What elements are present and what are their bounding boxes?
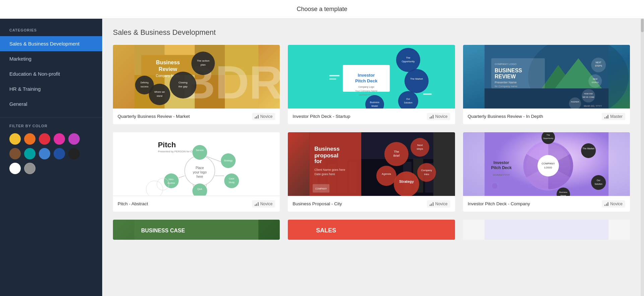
template-card-qbr-indepth[interactable]: COMPANY LOGO BUSINESS REVIEW Presenter N… — [463, 45, 630, 124]
svg-text:The Market: The Market — [410, 77, 424, 80]
color-swatch-purple[interactable] — [68, 133, 80, 145]
svg-text:Client Name goes here: Client Name goes here — [314, 168, 345, 171]
svg-text:GOALS: GOALS — [591, 81, 598, 83]
partial-card-extra[interactable] — [463, 220, 630, 240]
color-swatch-yellow[interactable] — [9, 133, 21, 145]
template-card-investor-company[interactable]: COMPANY LOGO The Opportunity The Market … — [463, 132, 630, 212]
svg-text:success: success — [140, 85, 148, 88]
svg-text:Opportunity: Opportunity — [402, 60, 415, 63]
svg-text:Opportunity: Opportunity — [543, 137, 553, 139]
template-info: Investor Pitch Deck - Company Novice — [463, 196, 630, 212]
filter-color-label: FILTER BY COLOR — [0, 124, 102, 133]
svg-text:Investor: Investor — [358, 73, 375, 78]
svg-text:Next: Next — [417, 144, 423, 147]
template-name: Business Proposal - City — [293, 201, 342, 207]
svg-point-138 — [591, 175, 606, 190]
svg-text:Pitch Deck: Pitch Deck — [355, 78, 378, 83]
color-swatch-brown[interactable] — [9, 148, 21, 159]
svg-text:stand: stand — [157, 95, 163, 97]
svg-text:Business: Business — [314, 146, 340, 152]
template-card-biz-proposal-city[interactable]: Business proposal for Client Name goes h… — [288, 132, 455, 212]
svg-text:Presenter Name: Presenter Name — [495, 81, 517, 84]
svg-text:Date goes here: Date goes here — [314, 172, 335, 176]
sidebar-item-hr[interactable]: HR & Training — [0, 81, 102, 96]
svg-text:The: The — [394, 150, 399, 153]
svg-text:Review: Review — [159, 66, 178, 72]
color-swatch-blue-medium[interactable] — [39, 148, 50, 159]
sidebar-item-marketing[interactable]: Marketing — [0, 51, 102, 66]
svg-text:The: The — [546, 134, 550, 136]
color-swatch-red[interactable] — [39, 133, 50, 145]
template-info: Quarterly Business Review - Market Novic… — [113, 108, 280, 124]
svg-text:Solution: Solution — [594, 183, 602, 185]
svg-text:AGENDA: AGENDA — [571, 101, 579, 103]
svg-point-64 — [582, 89, 595, 102]
template-card-qbr-market[interactable]: BDR Business Review Company Name The act… — [113, 45, 280, 124]
scrollbar-thumb[interactable] — [641, 19, 644, 32]
svg-text:Solution: Solution — [404, 101, 412, 104]
scrollbar[interactable] — [641, 19, 644, 296]
svg-text:Model: Model — [372, 105, 378, 107]
template-level: Novice — [252, 113, 275, 120]
color-swatch-orange[interactable] — [24, 133, 36, 145]
svg-point-36 — [404, 69, 429, 93]
svg-text:steps: steps — [417, 147, 423, 150]
svg-point-61 — [588, 74, 602, 88]
color-swatch-black[interactable] — [68, 148, 80, 159]
color-swatch-white[interactable] — [9, 163, 21, 174]
template-thumbnail: COMPANY LOGO The Opportunity The Market … — [463, 132, 630, 196]
partial-card-sales[interactable]: SALES — [288, 220, 455, 240]
svg-text:Intro: Intro — [424, 173, 429, 176]
page-title: Choose a template — [297, 6, 347, 13]
svg-text:plan: plan — [201, 63, 206, 66]
template-level: Master — [602, 113, 625, 120]
template-thumbnail: Investor Pitch Deck Company Logo Your Co… — [288, 45, 455, 108]
template-name: Quarterly Business Review - Market — [118, 114, 190, 120]
svg-point-23 — [135, 76, 154, 94]
svg-point-125 — [417, 163, 436, 182]
level-icon — [255, 115, 259, 119]
svg-text:COMPANY LOGO: COMPANY LOGO — [495, 63, 516, 66]
svg-text:your logo: your logo — [193, 170, 207, 174]
template-name: Quarterly Business Review - In Depth — [468, 114, 543, 120]
color-swatch-blue-dark[interactable] — [54, 148, 65, 159]
color-swatch-teal[interactable] — [24, 148, 36, 159]
template-card-pitch-abstract[interactable]: Pitch Presented by PERSON for COMPANY Pl… — [113, 132, 280, 212]
sidebar-item-general[interactable]: General — [0, 96, 102, 112]
svg-text:Brief: Brief — [393, 154, 400, 157]
color-swatch-pink[interactable] — [54, 133, 65, 145]
svg-text:Defining: Defining — [140, 81, 148, 84]
svg-text:Case: Case — [229, 177, 234, 180]
sidebar: CATEGORIES Sales & Business Development … — [0, 19, 102, 296]
template-card-investor-startup[interactable]: Investor Pitch Deck Company Logo Your Co… — [288, 45, 455, 124]
svg-point-130 — [537, 155, 559, 176]
svg-text:Closing: Closing — [179, 81, 188, 84]
svg-text:Agenda: Agenda — [382, 172, 391, 175]
level-icon — [255, 202, 259, 206]
svg-text:here: here — [196, 175, 203, 178]
svg-text:SALES: SALES — [316, 227, 336, 234]
svg-point-147 — [492, 183, 497, 189]
partial-templates-row: BUSINESS CASE SALES — [113, 220, 630, 240]
template-thumbnail: Pitch Presented by PERSON for COMPANY Pl… — [113, 132, 280, 196]
svg-text:for: for — [314, 158, 322, 164]
svg-text:Where we: Where we — [154, 91, 165, 93]
svg-text:Intro-: Intro- — [169, 178, 174, 180]
color-swatch-gray[interactable] — [24, 163, 36, 174]
svg-rect-153 — [485, 220, 608, 240]
svg-text:Our: Our — [596, 179, 600, 181]
sidebar-item-sales[interactable]: Sales & Business Development — [0, 36, 102, 51]
sidebar-divider — [0, 118, 102, 118]
svg-text:the gap: the gap — [179, 85, 188, 88]
content-area: Sales & Business Development — [102, 19, 641, 296]
svg-text:Investor: Investor — [493, 160, 509, 165]
partial-card-biz-case[interactable]: BUSINESS CASE — [113, 220, 280, 240]
svg-text:BUSINESS: BUSINESS — [495, 68, 522, 73]
sidebar-item-education[interactable]: Education & Non-profit — [0, 66, 102, 81]
template-level: Novice — [252, 200, 275, 208]
svg-point-136 — [581, 143, 596, 158]
svg-text:REVIEW: REVIEW — [495, 74, 516, 79]
svg-text:Service: Service — [196, 149, 203, 151]
categories-label: CATEGORIES — [0, 19, 102, 36]
level-icon — [604, 115, 608, 119]
